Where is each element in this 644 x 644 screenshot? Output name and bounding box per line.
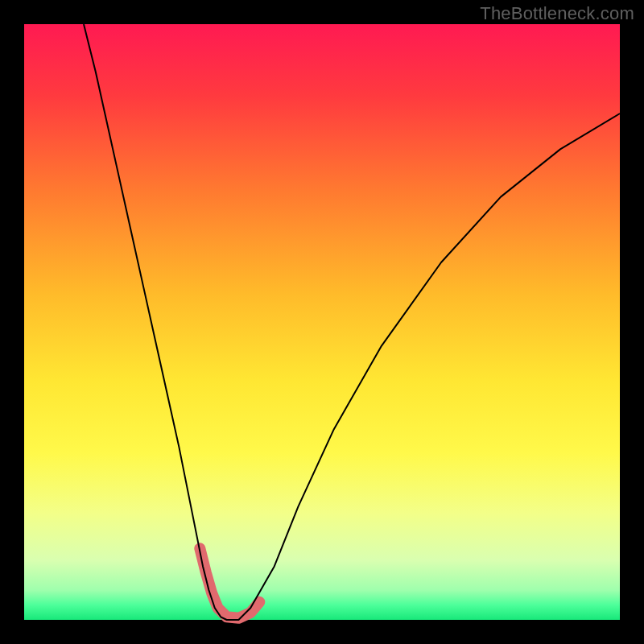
chart-frame: TheBottleneck.com	[0, 0, 644, 644]
chart-svg	[0, 0, 644, 644]
watermark-text: TheBottleneck.com	[480, 3, 634, 24]
plot-background	[24, 24, 620, 620]
